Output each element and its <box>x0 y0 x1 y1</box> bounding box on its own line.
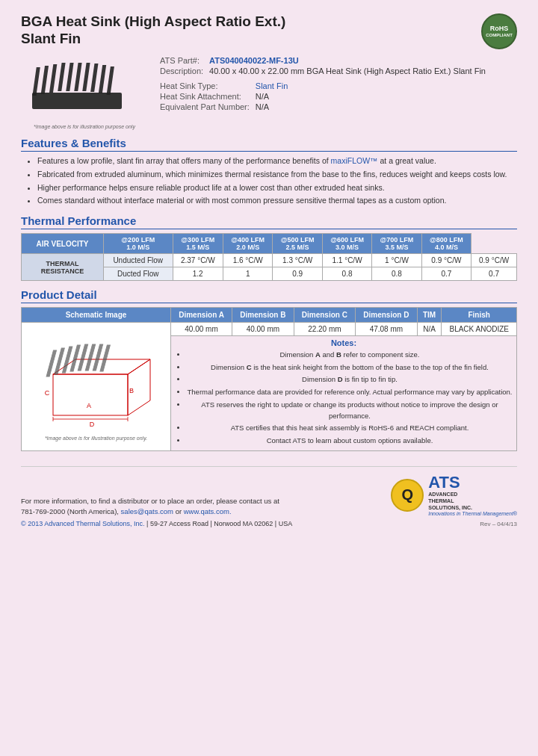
col-dim-b: Dimension B <box>232 308 294 323</box>
rohs-badge: RoHS COMPLIANT <box>481 13 517 49</box>
footer-left: For more information, to find a distribu… <box>21 496 292 528</box>
unducted-val-6: 0.9 °C/W <box>471 254 517 267</box>
title-line1: BGA Heat Sink (High Aspect Ratio Ext.) <box>21 13 285 29</box>
ats-name: ATS <box>428 474 517 491</box>
col-dim-d: Dimension D <box>356 308 418 323</box>
col-300lfm: @300 LFM1.5 M/S <box>173 234 223 254</box>
svg-rect-2 <box>41 66 49 94</box>
svg-text:C: C <box>45 389 50 397</box>
features-list: Features a low profile, slant fin array … <box>37 155 517 207</box>
svg-rect-6 <box>74 63 81 91</box>
schematic-inner: A B C D *Image above is for illustration… <box>25 325 167 445</box>
note-6: ATS certifies that this heat sink assemb… <box>187 423 513 434</box>
rev-line: Rev – 04/4/13 <box>391 521 517 527</box>
ducted-val-6: 0.7 <box>471 267 517 281</box>
product-details: ATS Part#: ATS040040022-MF-13U Descripti… <box>157 55 517 129</box>
svg-rect-4 <box>58 63 65 91</box>
product-image-box: *Image above is for illustration purpose… <box>21 55 148 129</box>
contact-text: For more information, to find a distribu… <box>21 497 279 505</box>
attach-label: Heat Sink Attachment: <box>157 91 253 102</box>
svg-text:D: D <box>90 421 95 428</box>
tim-val: N/A <box>417 323 442 336</box>
unducted-label: Unducted Flow <box>104 254 173 267</box>
equiv-label: Equivalent Part Number: <box>157 102 253 112</box>
svg-rect-9 <box>99 65 106 93</box>
svg-rect-1 <box>32 67 40 96</box>
dim-a-val: 40.00 mm <box>171 323 232 336</box>
svg-rect-10 <box>107 66 114 95</box>
unducted-val-2: 1.3 °C/W <box>273 254 322 267</box>
type-label: Heat Sink Type: <box>157 81 253 91</box>
footer-phone: 781-769-2000 (North America), <box>21 507 119 515</box>
thermal-resistance-label: THERMAL RESISTANCE <box>22 254 104 281</box>
main-title: BGA Heat Sink (High Aspect Ratio Ext.) S… <box>21 13 285 48</box>
footer-address: | 59-27 Access Road | Norwood MA 02062 |… <box>146 520 292 527</box>
detail-table: ATS Part#: ATS040040022-MF-13U Descripti… <box>157 55 489 76</box>
footer-website[interactable]: www.qats.com. <box>184 507 232 515</box>
ducted-val-1: 1 <box>223 267 272 281</box>
dimension-row: A B C D *Image above is for illustration… <box>22 323 517 336</box>
desc-label: Description: <box>157 66 206 76</box>
dim-d-val: 47.08 mm <box>356 323 418 336</box>
page: BGA Heat Sink (High Aspect Ratio Ext.) S… <box>0 0 538 535</box>
ats-tagline: Innovations in Thermal Management® <box>428 511 517 516</box>
svg-rect-7 <box>82 63 90 91</box>
ducted-val-2: 0.9 <box>273 267 322 281</box>
type-value: Slant Fin <box>253 81 291 91</box>
part-value: ATS040040022-MF-13U <box>206 55 489 66</box>
note-5: ATS reserves the right to update or chan… <box>187 400 513 421</box>
schematic-note: *Image above is for illustration purpose… <box>45 436 147 441</box>
unducted-val-1: 1.6 °C/W <box>223 254 272 267</box>
svg-rect-5 <box>66 63 73 91</box>
footer-contact: For more information, to find a distribu… <box>21 496 292 518</box>
note-4: Thermal performance data are provided fo… <box>187 387 513 398</box>
desc-value: 40.00 x 40.00 x 22.00 mm BGA Heat Sink (… <box>206 66 489 76</box>
col-tim: TIM <box>417 308 442 323</box>
col-dim-a: Dimension A <box>171 308 232 323</box>
feature-item-1: Features a low profile, slant fin array … <box>37 155 517 167</box>
note-3: Dimension D is fin tip to fin tip. <box>187 374 513 385</box>
col-700lfm: @700 LFM3.5 M/S <box>372 234 421 254</box>
svg-text:B: B <box>129 387 134 394</box>
footer-right: Q ATS ADVANCEDTHERMALSOLUTIONS, INC. Inn… <box>391 474 517 527</box>
thermal-table: AIR VELOCITY @200 LFM1.0 M/S @300 LFM1.5… <box>21 233 517 281</box>
copyright-text: © 2013 Advanced Thermal Solutions, Inc. <box>21 520 145 527</box>
copyright-line: © 2013 Advanced Thermal Solutions, Inc. … <box>21 520 292 527</box>
notes-list: Dimension A and B refer to component siz… <box>187 350 513 447</box>
heatsink-image <box>25 55 144 123</box>
note-7: Contact ATS to learn about custom option… <box>187 436 513 447</box>
feature-item-2: Fabricated from extruded aluminum, which… <box>37 169 517 181</box>
dim-b-val: 40.00 mm <box>232 323 294 336</box>
svg-rect-0 <box>32 93 122 109</box>
finish-val: BLACK ANODIZE <box>442 323 517 336</box>
dim-c-val: 22.20 mm <box>294 323 356 336</box>
ducted-label: Ducted Flow <box>104 267 173 281</box>
rohs-text: RoHS <box>490 25 509 33</box>
ats-q-letter: Q <box>401 486 413 504</box>
notes-title: Notes: <box>175 338 513 347</box>
unducted-row: THERMAL RESISTANCE Unducted Flow 2.37 °C… <box>22 254 517 267</box>
ats-full: ADVANCEDTHERMALSOLUTIONS, INC. <box>428 491 517 511</box>
col-schematic: Schematic Image <box>22 308 171 323</box>
rohs-compliant: COMPLIANT <box>486 33 513 38</box>
ats-logo: Q ATS ADVANCEDTHERMALSOLUTIONS, INC. Inn… <box>391 474 517 516</box>
unducted-val-4: 1 °C/W <box>372 254 421 267</box>
maxiflow-link: maxiFLOW™ <box>331 156 378 165</box>
image-note: *Image above is for illustration purpose… <box>34 124 135 129</box>
feature-item-3: Higher performance helps ensure reliable… <box>37 182 517 194</box>
unducted-val-0: 2.37 °C/W <box>173 254 223 267</box>
col-400lfm: @400 LFM2.0 M/S <box>223 234 272 254</box>
ducted-val-4: 0.8 <box>372 267 421 281</box>
col-800lfm: @800 LFM4.0 M/S <box>421 234 471 254</box>
note-2: Dimension C is the heat sink height from… <box>187 362 513 374</box>
footer: For more information, to find a distribu… <box>21 466 517 527</box>
part-label: ATS Part#: <box>157 55 206 66</box>
col-600lfm: @600 LFM3.0 M/S <box>322 234 371 254</box>
detail-table-2: Heat Sink Type: Slant Fin Heat Sink Atta… <box>157 81 291 112</box>
feature-item-4: Comes standard without interface materia… <box>37 195 517 207</box>
svg-text:A: A <box>87 402 91 409</box>
footer-email[interactable]: sales@qats.com <box>121 507 173 515</box>
header: BGA Heat Sink (High Aspect Ratio Ext.) S… <box>21 13 517 49</box>
notes-cell: Notes: Dimension A and B refer to compon… <box>171 336 517 451</box>
note-1: Dimension A and B refer to component siz… <box>187 350 513 361</box>
